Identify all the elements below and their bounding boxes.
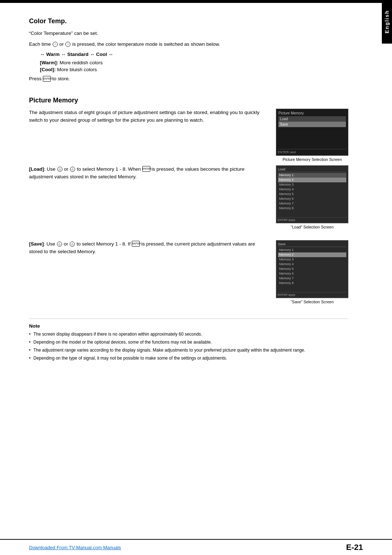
load-enter-icon: ENTER [142, 166, 150, 172]
color-temp-title: Color Temp. [29, 17, 348, 25]
manual-link[interactable]: Downloaded From TV-Manual.com Manuals [29, 545, 121, 550]
screen-title: Picture Memory [278, 111, 346, 115]
load-memory-1: Memory 1 [278, 173, 346, 178]
picture-memory-body-text: The adjustment status of eight groups of… [29, 109, 265, 162]
note-title: Note [29, 323, 348, 329]
save-icon-right: △ [70, 242, 75, 247]
press-store-line: Press ENTER to store. [29, 76, 348, 82]
circle-icon-1: ○ [53, 42, 58, 47]
picture-memory-caption: Picture Memory Selection Screen [276, 157, 348, 162]
load-memory-2: Memory 2 [278, 178, 346, 182]
screen-footer: ENTER next [278, 149, 347, 154]
note-item-4: Depending on the type of signal, it may … [29, 355, 348, 362]
save-subsection: [Save]: Use △ or △ to select Memory 1 - … [29, 240, 348, 304]
save-label: [Save] [29, 241, 44, 247]
load-screen-title: Load [278, 167, 346, 172]
screen-item-save: Save [278, 122, 346, 127]
save-memory-5: Memory 5 [278, 267, 346, 271]
picture-memory-screen: Picture Memory Load Save ENTER next [276, 109, 348, 156]
picture-memory-main: The adjustment status of eight groups of… [29, 109, 348, 162]
language-tab: English [382, 0, 392, 44]
load-memory-5: Memory 5 [278, 192, 346, 197]
cool-definition: [Cool]: More bluish colors [40, 67, 348, 72]
save-screen-title: Save [278, 242, 346, 247]
load-memory-6: Memory 6 [278, 197, 346, 201]
note-item-2: Depending on the model or the optional d… [29, 339, 348, 346]
color-temp-section: Color Temp. “Color Temperature” can be s… [29, 17, 348, 82]
load-memory-4: Memory 4 [278, 187, 346, 192]
load-text: [Load]: Use △ or △ to select Memory 1 - … [29, 165, 265, 181]
color-temp-arrow-line: ↔ Warm ↔ Standard ↔ Cool ↔ [40, 52, 348, 57]
page-number: E-21 [346, 543, 363, 552]
save-caption: “Save” Selection Screen [276, 300, 348, 304]
load-icon-right: △ [70, 167, 75, 172]
save-enter-icon: ENTER [132, 241, 140, 247]
load-memory-3: Memory 3 [278, 182, 346, 187]
color-temp-each-time: Each time ○ or ○ is pressed, the color t… [29, 40, 348, 48]
top-bar [0, 0, 392, 3]
load-memory-7: Memory 7 [278, 201, 346, 206]
save-memory-2: Memory 2 [278, 252, 346, 257]
save-screen-preview: Save Memory 1 Memory 2 Memory 3 Memory 4… [276, 240, 348, 304]
save-memory-3: Memory 3 [278, 257, 346, 262]
picture-memory-title: Picture Memory [29, 97, 348, 104]
load-memory-8: Memory 8 [278, 206, 346, 211]
load-label: [Load] [29, 166, 44, 172]
warm-definition: [Warm]: More reddish colors [40, 60, 348, 65]
picture-memory-screen-preview: Picture Memory Load Save ENTER next Pict… [276, 109, 348, 162]
circle-icon-2: ○ [65, 42, 70, 47]
save-screen: Save Memory 1 Memory 2 Memory 3 Memory 4… [276, 240, 348, 298]
enter-icon: ENTER [43, 76, 51, 82]
save-memory-4: Memory 4 [278, 262, 346, 267]
save-text: [Save]: Use △ or △ to select Memory 1 - … [29, 240, 265, 256]
load-screen: Load Memory 1 Memory 2 Memory 3 Memory 4… [276, 165, 348, 223]
note-item-1: The screen display disappears if there i… [29, 331, 348, 338]
save-screen-footer: ENTER apply [278, 292, 347, 296]
note-item-3: The adjustment range varies according to… [29, 347, 348, 354]
save-icon-left: △ [57, 242, 62, 247]
load-icon-left: △ [57, 167, 62, 172]
load-caption: “Load” Selection Screen [276, 225, 348, 229]
load-screen-preview: Load Memory 1 Memory 2 Memory 3 Memory 4… [276, 165, 348, 229]
load-subsection: [Load]: Use △ or △ to select Memory 1 - … [29, 165, 348, 229]
main-content: Color Temp. “Color Temperature” can be s… [0, 3, 370, 377]
save-memory-1: Memory 1 [278, 248, 346, 252]
picture-memory-section: Picture Memory The adjustment status of … [29, 97, 348, 304]
color-temp-intro: “Color Temperature” can be set. [29, 29, 348, 37]
save-memory-6: Memory 6 [278, 271, 346, 276]
save-memory-7: Memory 7 [278, 276, 346, 281]
note-section: Note The screen display disappears if th… [29, 319, 348, 362]
save-memory-8: Memory 8 [278, 281, 346, 285]
screen-item-load: Load [278, 116, 346, 122]
load-screen-footer: ENTER apply [278, 217, 347, 222]
bottom-bar: Downloaded From TV-Manual.com Manuals E-… [0, 539, 392, 555]
